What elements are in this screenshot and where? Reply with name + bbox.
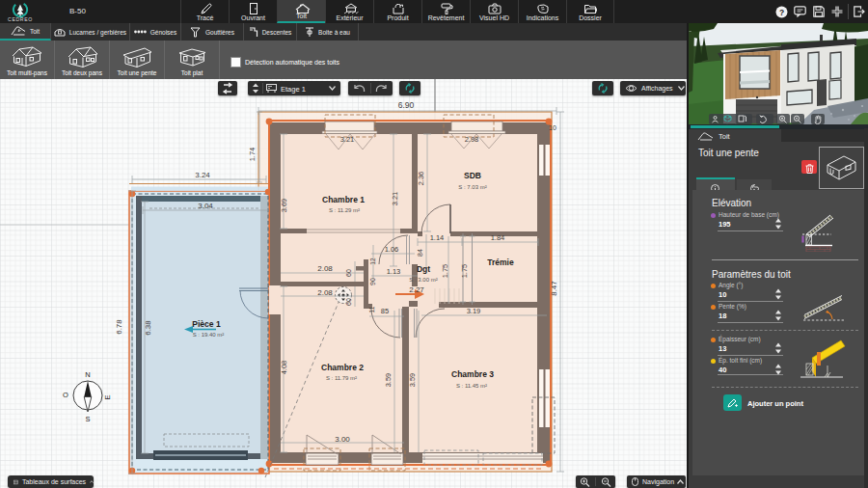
svg-text:3.04: 3.04	[198, 202, 213, 210]
svg-text:1.06: 1.06	[385, 245, 399, 254]
svg-text:1.74: 1.74	[248, 148, 257, 162]
svg-text:1.75: 1.75	[441, 264, 449, 279]
svg-text:4.08: 4.08	[280, 361, 288, 375]
svg-text:S : 11.79 m²: S : 11.79 m²	[326, 375, 357, 381]
svg-text:1.14: 1.14	[430, 233, 445, 242]
svg-text:85: 85	[381, 307, 389, 315]
svg-text:Chambre 3: Chambre 3	[451, 369, 494, 379]
svg-text:3.59: 3.59	[384, 373, 393, 388]
svg-text:90: 90	[369, 278, 376, 285]
svg-text:6.38: 6.38	[144, 320, 152, 336]
svg-text:S : 19.40 m²: S : 19.40 m²	[193, 332, 225, 338]
svg-text:6.78: 6.78	[115, 319, 123, 335]
svg-text:S: S	[85, 415, 90, 423]
svg-text:2.36: 2.36	[417, 172, 425, 186]
svg-text:CEDREO: CEDREO	[8, 16, 33, 22]
svg-text:3.59: 3.59	[408, 373, 417, 388]
svg-text:2.08: 2.08	[317, 264, 333, 273]
svg-text:Dgt: Dgt	[417, 264, 430, 274]
svg-text:60: 60	[345, 298, 352, 306]
svg-text:Pièce 1: Pièce 1	[192, 319, 221, 329]
svg-text:1.75: 1.75	[460, 264, 469, 279]
svg-text:SDB: SDB	[464, 171, 481, 180]
svg-text:60: 60	[345, 269, 352, 277]
svg-text:3.24: 3.24	[195, 171, 210, 179]
svg-text:?: ?	[779, 8, 784, 17]
svg-text:E: E	[103, 394, 112, 399]
svg-text:3.21: 3.21	[391, 192, 399, 206]
svg-text:N: N	[85, 370, 90, 379]
svg-text:Chambre 2: Chambre 2	[321, 363, 364, 372]
svg-text:84: 84	[417, 249, 423, 257]
svg-text:Chambre 1: Chambre 1	[322, 195, 365, 204]
svg-text:3.69: 3.69	[280, 199, 288, 213]
svg-text:2.08: 2.08	[317, 288, 333, 297]
svg-text:11: 11	[368, 306, 375, 312]
svg-text:6.90: 6.90	[398, 100, 415, 110]
svg-text:O: O	[63, 391, 68, 399]
svg-text:1.84: 1.84	[491, 233, 505, 242]
svg-text:S : 11.29 m²: S : 11.29 m²	[329, 207, 360, 213]
svg-text:S : 7.03 m²: S : 7.03 m²	[458, 184, 486, 190]
svg-text:3.21: 3.21	[340, 135, 355, 144]
svg-text:S : 11.45 m²: S : 11.45 m²	[456, 383, 487, 389]
svg-text:3.19: 3.19	[467, 307, 481, 315]
svg-text:Trémie: Trémie	[487, 258, 514, 267]
svg-text:3.00: 3.00	[335, 435, 350, 444]
svg-text:S : 3.00 m²: S : 3.00 m²	[409, 277, 437, 283]
svg-text:1.13: 1.13	[387, 267, 401, 276]
svg-text:2.27: 2.27	[409, 285, 424, 294]
svg-text:8.47: 8.47	[550, 281, 558, 296]
svg-text:12: 12	[369, 258, 376, 265]
svg-text:2.98: 2.98	[465, 135, 479, 144]
svg-text:10: 10	[549, 124, 556, 131]
